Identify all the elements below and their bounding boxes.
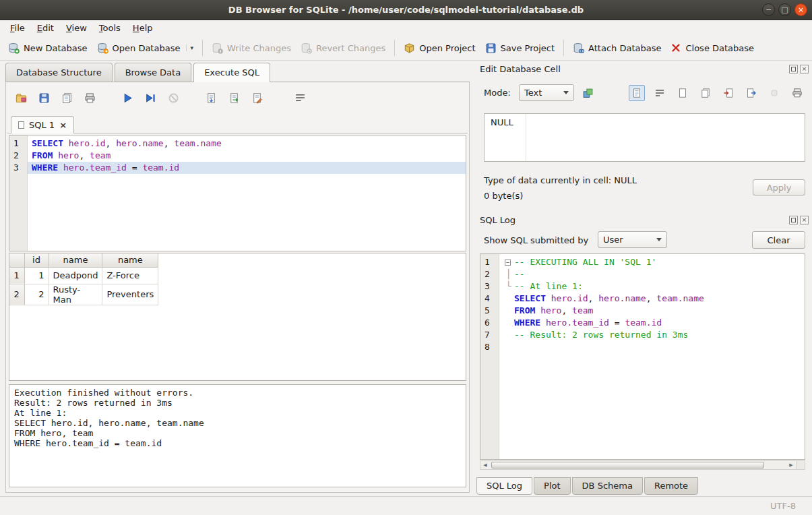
export-results-button[interactable]	[202, 89, 220, 107]
save-project-button[interactable]: Save Project	[480, 39, 560, 57]
minimize-button[interactable]: −	[762, 3, 775, 16]
execute-all-button[interactable]	[119, 89, 136, 107]
save-sql-file-button[interactable]	[35, 89, 53, 107]
close-database-icon	[670, 42, 681, 53]
save-results-view-button[interactable]	[225, 89, 243, 107]
window-controls: − □ ×	[762, 3, 807, 16]
word-wrap-button[interactable]	[291, 89, 309, 107]
row-header[interactable]: 2	[9, 284, 24, 305]
close-database-button[interactable]: Close Database	[666, 39, 759, 57]
menu-view[interactable]: View	[60, 21, 93, 35]
cell-team-name[interactable]: Preventers	[102, 284, 158, 305]
write-changes-button: Write Changes	[207, 39, 296, 57]
cell-settings-icon	[582, 88, 594, 99]
close-panel-button[interactable]: ×	[800, 216, 809, 224]
editor-line-numbers: 123	[9, 135, 28, 251]
results-column-team-name[interactable]: name	[102, 253, 158, 267]
copy-cell-button[interactable]	[697, 85, 714, 101]
main-toolbar: New Database Open Database ▾ Write Chang…	[0, 36, 812, 61]
word-wrap-cell-button[interactable]	[652, 85, 668, 101]
edit-cell-dock-header: Edit Database Cell ×	[480, 62, 809, 75]
tab-database-structure[interactable]: Database Structure	[5, 63, 113, 82]
submitted-by-select[interactable]: User	[598, 231, 667, 248]
mode-select[interactable]: Text	[519, 84, 574, 101]
cell-settings-button[interactable]	[580, 85, 596, 101]
edit-sql-button[interactable]	[248, 89, 266, 107]
cell-value-editor[interactable]: NULL	[484, 113, 805, 162]
new-document-button[interactable]	[675, 85, 691, 101]
attach-database-button[interactable]: Attach Database	[568, 39, 666, 57]
maximize-button[interactable]: □	[778, 3, 791, 16]
revert-changes-button: Revert Changes	[296, 39, 390, 57]
menu-edit[interactable]: Edit	[31, 21, 60, 35]
tab-sql-log[interactable]: SQL Log	[476, 477, 532, 495]
tab-remote[interactable]: Remote	[644, 477, 698, 495]
sql-document-tab[interactable]: SQL 1 ×	[11, 116, 74, 133]
new-database-button[interactable]: New Database	[3, 39, 92, 57]
results-column-hero-name[interactable]: name	[49, 253, 102, 267]
menu-file[interactable]: File	[4, 21, 31, 35]
edit-cell-title: Edit Database Cell	[480, 64, 789, 74]
print-sql-button[interactable]	[81, 89, 98, 107]
sql-log-dock-header: SQL Log ×	[480, 213, 809, 226]
open-project-button[interactable]: Open Project	[399, 39, 480, 57]
edit-pencil-icon	[251, 92, 263, 104]
results-corner-cell[interactable]	[9, 253, 24, 267]
scroll-left-icon[interactable]: ◀	[480, 462, 490, 468]
scroll-right-icon[interactable]: ▶	[786, 462, 796, 468]
open-sql-file-button[interactable]	[12, 89, 30, 107]
chevron-down-icon	[656, 238, 662, 241]
open-database-dropdown-icon[interactable]: ▾	[186, 44, 193, 51]
dock-buttons: ×	[789, 65, 809, 73]
new-document-icon	[677, 88, 688, 98]
cell-team-name[interactable]: Z-Force	[102, 267, 158, 284]
results-header-row: id name name	[9, 253, 158, 267]
execute-current-line-button[interactable]	[142, 89, 159, 107]
database-write-icon	[212, 42, 223, 54]
table-row: 2 2 Rusty-Man Preventers	[9, 284, 158, 305]
import-cell-data-button[interactable]	[720, 85, 737, 101]
scrollbar-track[interactable]	[490, 461, 786, 469]
close-tab-icon[interactable]: ×	[59, 121, 67, 129]
mode-value: Text	[524, 88, 542, 98]
float-panel-button[interactable]	[789, 216, 798, 224]
cell-hero-name[interactable]: Rusty-Man	[49, 284, 102, 305]
cell-editor-divider	[526, 114, 526, 161]
sql-editor[interactable]: 123 SELECT hero.id, hero.name, team.name…	[9, 135, 466, 251]
close-button[interactable]: ×	[794, 3, 807, 16]
results-table: id name name 1 1 Deadpond Z-Force 2 2 Ru…	[9, 253, 158, 305]
results-column-id[interactable]: id	[24, 253, 49, 267]
print-cell-button[interactable]	[789, 85, 805, 101]
clear-log-button[interactable]: Clear	[752, 231, 805, 249]
menu-help[interactable]: Help	[127, 21, 159, 35]
open-database-button[interactable]: Open Database ▾	[92, 39, 198, 57]
set-null-icon	[769, 88, 780, 98]
row-header[interactable]: 1	[9, 267, 24, 284]
sql-document-icon	[18, 121, 24, 129]
submitted-by-value: User	[603, 235, 623, 245]
scrollbar-thumb[interactable]	[491, 462, 764, 468]
export-cell-data-button[interactable]	[743, 85, 759, 101]
cell-null-value: NULL	[491, 117, 513, 127]
menu-tools[interactable]: Tools	[93, 21, 127, 35]
editor-code-area[interactable]: SELECT hero.id, hero.name, team.nameFROM…	[28, 135, 466, 251]
word-wrap-icon	[654, 88, 665, 98]
log-line-numbers: 12345678	[480, 254, 499, 459]
project-open-icon	[404, 42, 415, 54]
cell-tools	[629, 85, 805, 101]
cell-id[interactable]: 2	[24, 284, 49, 305]
log-horizontal-scrollbar[interactable]: ◀ ▶	[480, 460, 805, 470]
text-document-button[interactable]	[629, 85, 645, 101]
window-title: DB Browser for SQLite - /home/user/code/…	[228, 5, 584, 15]
tab-browse-data[interactable]: Browse Data	[115, 63, 192, 82]
database-open-icon	[97, 42, 108, 54]
close-panel-button[interactable]: ×	[800, 65, 809, 73]
tab-plot[interactable]: Plot	[534, 477, 571, 495]
tab-db-schema[interactable]: DB Schema	[572, 477, 643, 495]
tab-execute-sql[interactable]: Execute SQL	[193, 63, 270, 82]
float-icon	[791, 218, 796, 222]
cell-id[interactable]: 1	[24, 267, 49, 284]
cell-hero-name[interactable]: Deadpond	[49, 267, 102, 284]
save-sql-as-button[interactable]	[58, 89, 75, 107]
float-panel-button[interactable]	[789, 65, 798, 73]
